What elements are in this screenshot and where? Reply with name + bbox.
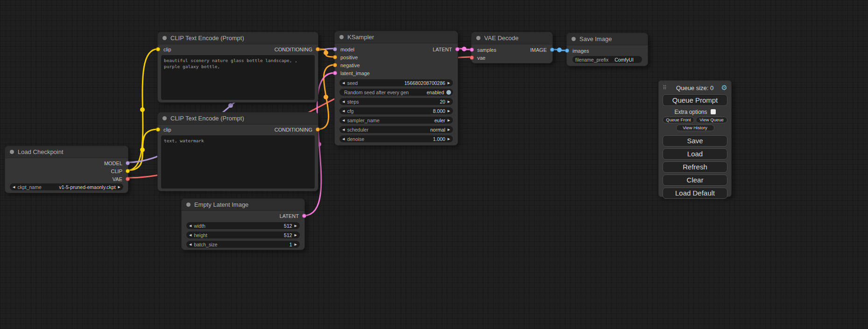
output-port-conditioning[interactable] xyxy=(316,127,320,132)
node-header[interactable]: Empty Latent Image xyxy=(182,199,304,211)
cfg-widget[interactable]: ◀ cfg 8.000 ▶ xyxy=(339,107,453,114)
collapse-dot-icon[interactable] xyxy=(162,116,167,120)
batch-size-widget[interactable]: ◀ batch_size 1 ▶ xyxy=(186,241,300,248)
decrement-arrow-icon[interactable]: ◀ xyxy=(342,81,345,84)
output-port-latent[interactable] xyxy=(302,214,306,218)
drag-handle-icon[interactable]: ⠿ xyxy=(663,84,667,91)
node-vae-decode[interactable]: VAE Decode samples IMAGE vae xyxy=(471,32,553,63)
wire-midpoint-dot xyxy=(140,107,145,112)
widget-label: ckpt_name xyxy=(17,184,41,190)
seed-widget[interactable]: ◀ seed 156680208700286 ▶ xyxy=(339,79,453,86)
random-seed-toggle-widget[interactable]: Random seed after every gen enabled xyxy=(339,89,453,96)
input-port-vae[interactable] xyxy=(470,56,474,60)
toggle-knob-icon[interactable] xyxy=(446,90,451,95)
node-ksampler[interactable]: KSampler model LATENT positive xyxy=(334,31,458,146)
increment-arrow-icon[interactable]: ▶ xyxy=(295,224,297,227)
increment-arrow-icon[interactable]: ▶ xyxy=(448,119,450,122)
output-port-latent[interactable] xyxy=(455,47,459,51)
output-label-latent: LATENT xyxy=(433,47,452,52)
width-widget[interactable]: ◀ width 512 ▶ xyxy=(186,222,300,229)
increment-arrow-icon[interactable]: ▶ xyxy=(448,128,450,131)
height-widget[interactable]: ◀ height 512 ▶ xyxy=(186,231,300,238)
graph-canvas[interactable]: Load Checkpoint MODEL CLIP VAE xyxy=(0,0,868,329)
load-default-button[interactable]: Load Default xyxy=(663,188,727,199)
node-empty-latent-image[interactable]: Empty Latent Image LATENT ◀ width 512 ▶ … xyxy=(181,198,305,250)
output-port-vae[interactable] xyxy=(126,177,130,181)
input-label-negative: negative xyxy=(340,63,360,68)
output-label-clip: CLIP xyxy=(111,168,122,174)
widget-label: seed xyxy=(347,80,358,86)
ckpt-name-widget[interactable]: ◀ ckpt_name v1-5-pruned-emaonly.ckpt ▶ xyxy=(10,183,123,190)
decrement-arrow-icon[interactable]: ◀ xyxy=(342,119,345,122)
positive-prompt-textarea[interactable]: beautiful scenery nature glass bottle la… xyxy=(161,55,315,100)
decrement-arrow-icon[interactable]: ◀ xyxy=(189,233,191,237)
scheduler-widget[interactable]: ◀ scheduler normal ▶ xyxy=(339,126,453,133)
queue-panel: ⠿ Queue size: 0 ⚙ Queue Prompt Extra opt… xyxy=(658,80,732,197)
node-title: Save Image xyxy=(579,35,612,42)
node-header[interactable]: Save Image xyxy=(567,33,648,45)
output-label-vae: VAE xyxy=(113,176,122,182)
sampler-name-widget[interactable]: ◀ sampler_name euler ▶ xyxy=(339,117,453,124)
input-port-latent-image[interactable] xyxy=(333,71,337,75)
queue-front-button[interactable]: Queue Front xyxy=(663,117,694,123)
input-port-samples[interactable] xyxy=(470,48,474,52)
save-button[interactable]: Save xyxy=(663,135,727,147)
refresh-button[interactable]: Refresh xyxy=(663,161,727,173)
extra-options-label: Extra options xyxy=(674,109,707,115)
widget-value: enabled xyxy=(427,90,444,95)
node-clip-text-encode-negative[interactable]: CLIP Text Encode (Prompt) clip CONDITION… xyxy=(157,112,318,191)
queue-panel-header: ⠿ Queue size: 0 ⚙ xyxy=(663,83,727,93)
output-port-model[interactable] xyxy=(126,161,130,165)
collapse-dot-icon[interactable] xyxy=(339,35,344,39)
increment-arrow-icon[interactable]: ▶ xyxy=(295,243,297,246)
input-port-clip[interactable] xyxy=(156,47,160,51)
node-load-checkpoint[interactable]: Load Checkpoint MODEL CLIP VAE xyxy=(5,146,128,193)
queue-prompt-button[interactable]: Queue Prompt xyxy=(663,94,727,106)
collapse-dot-icon[interactable] xyxy=(162,36,167,40)
input-label-clip: clip xyxy=(163,47,171,52)
steps-widget[interactable]: ◀ steps 20 ▶ xyxy=(339,98,453,105)
output-port-image[interactable] xyxy=(550,48,554,52)
negative-prompt-textarea[interactable]: text, watermark xyxy=(161,135,315,189)
input-port-images[interactable] xyxy=(565,49,569,53)
clear-button[interactable]: Clear xyxy=(663,175,727,186)
input-port-clip[interactable] xyxy=(156,127,160,132)
extra-options-checkbox[interactable] xyxy=(711,109,716,114)
node-header[interactable]: CLIP Text Encode (Prompt) xyxy=(158,112,318,125)
decrement-arrow-icon[interactable]: ◀ xyxy=(189,243,191,246)
node-header[interactable]: CLIP Text Encode (Prompt) xyxy=(158,32,318,44)
decrement-arrow-icon[interactable]: ◀ xyxy=(342,100,345,103)
load-button[interactable]: Load xyxy=(663,148,727,160)
decrement-arrow-icon[interactable]: ◀ xyxy=(189,224,191,227)
settings-gear-icon[interactable]: ⚙ xyxy=(721,84,727,92)
input-port-model[interactable] xyxy=(333,47,337,51)
increment-arrow-icon[interactable]: ▶ xyxy=(118,185,120,189)
collapse-dot-icon[interactable] xyxy=(186,203,191,207)
collapse-dot-icon[interactable] xyxy=(572,37,576,41)
view-queue-button[interactable]: View Queue xyxy=(696,117,727,123)
output-port-conditioning[interactable] xyxy=(316,47,320,51)
increment-arrow-icon[interactable]: ▶ xyxy=(448,100,450,103)
input-port-positive[interactable] xyxy=(333,55,337,59)
collapse-dot-icon[interactable] xyxy=(10,150,14,154)
view-history-button[interactable]: View History xyxy=(676,125,714,131)
decrement-arrow-icon[interactable]: ◀ xyxy=(342,109,345,112)
node-clip-text-encode-positive[interactable]: CLIP Text Encode (Prompt) clip CONDITION… xyxy=(157,32,318,103)
increment-arrow-icon[interactable]: ▶ xyxy=(448,109,450,112)
input-label-samples: samples xyxy=(477,47,496,53)
node-header[interactable]: Load Checkpoint xyxy=(5,146,128,158)
increment-arrow-icon[interactable]: ▶ xyxy=(448,137,450,140)
node-save-image[interactable]: Save Image images filename_prefix ComfyU… xyxy=(566,33,648,66)
increment-arrow-icon[interactable]: ▶ xyxy=(295,233,297,237)
collapse-dot-icon[interactable] xyxy=(476,36,480,40)
decrement-arrow-icon[interactable]: ◀ xyxy=(13,185,15,189)
input-port-negative[interactable] xyxy=(333,63,337,67)
decrement-arrow-icon[interactable]: ◀ xyxy=(342,128,345,131)
output-port-clip[interactable] xyxy=(126,169,130,173)
node-header[interactable]: KSampler xyxy=(335,31,458,43)
increment-arrow-icon[interactable]: ▶ xyxy=(448,81,450,84)
denoise-widget[interactable]: ◀ denoise 1.000 ▶ xyxy=(339,135,453,142)
filename-prefix-widget[interactable]: filename_prefix ComfyUI xyxy=(572,56,642,63)
decrement-arrow-icon[interactable]: ◀ xyxy=(342,137,345,140)
node-header[interactable]: VAE Decode xyxy=(472,32,552,44)
